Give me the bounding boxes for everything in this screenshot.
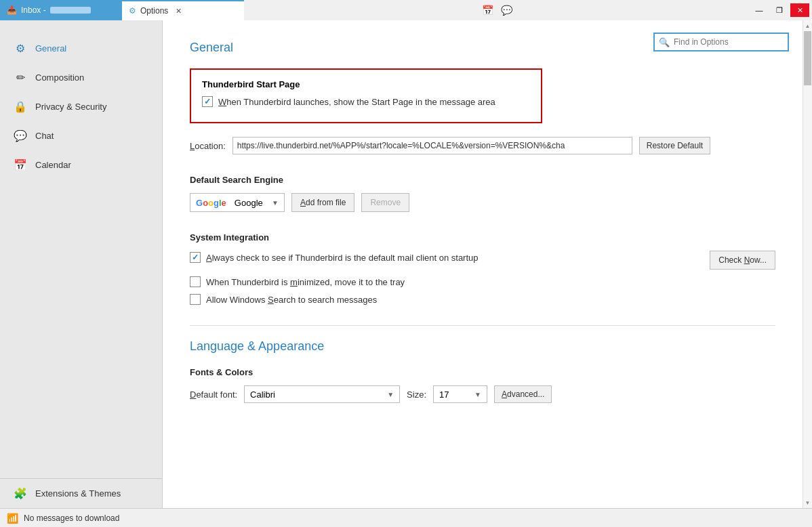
chat-icon[interactable]: 💬 [498,2,514,18]
extensions-icon: 🧩 [14,487,27,500]
sidebar-item-privacy[interactable]: 🔒 Privacy & Security [0,92,162,121]
advanced-button[interactable]: Advanced... [494,385,552,403]
main-content: 🔍 General Thunderbird Start Page When Th… [163,20,803,508]
scroll-up-arrow[interactable]: ▲ [803,20,813,31]
close-options-tab-button[interactable]: ✕ [172,5,184,17]
scroll-thumb[interactable] [804,31,811,85]
system-check-row: Always check to see if Thunderbird is th… [190,251,775,270]
sidebar-item-label-composition: Composition [35,72,84,83]
windows-search-checkbox[interactable] [190,294,201,305]
restore-button[interactable]: ❐ [770,3,789,17]
minimize-button[interactable]: — [750,3,769,17]
sidebar-item-calendar[interactable]: 📅 Calendar [0,150,162,180]
inbox-icon: 📥 [7,5,17,15]
content-area: 🔍 General Thunderbird Start Page When Th… [163,20,812,508]
status-bar: 📶 No messages to download [0,508,812,527]
search-engine-select[interactable]: Google Google ▼ [190,193,285,212]
options-gear-icon: ⚙ [129,6,136,16]
always-check-checkbox-row: Always check to see if Thunderbird is th… [190,252,479,263]
find-search-icon: 🔍 [659,37,670,47]
always-check-checkbox[interactable] [190,252,201,263]
location-input[interactable] [232,137,632,154]
chevron-down-icon: ▼ [272,199,279,207]
section-divider [190,325,775,326]
app-body: ⚙ General ✏ Composition 🔒 Privacy & Secu… [0,20,812,508]
system-integration-section: System Integration Always check to see i… [190,232,775,305]
language-section: Language & Appearance Fonts & Colors Def… [190,339,775,403]
status-message: No messages to download [24,513,119,523]
font-chevron-down-icon: ▼ [387,391,394,398]
sidebar-item-label-general: General [35,43,66,54]
minimized-tray-label: When Thunderbird is minimized, move it t… [206,277,405,287]
language-section-title: Language & Appearance [190,339,775,354]
window-controls: — ❐ ✕ [750,3,812,17]
inbox-name-redacted [50,7,91,14]
start-page-title: Thunderbird Start Page [202,79,530,89]
size-label: Size: [407,389,426,400]
start-page-section: Thunderbird Start Page When Thunderbird … [190,68,542,123]
title-bar: 📥 Inbox - ⚙ Options ✕ 📅 💬 — ❐ ✕ [0,0,812,20]
sidebar-item-label-privacy: Privacy & Security [35,102,106,112]
remove-button[interactable]: Remove [361,193,409,212]
window-tab-icons: 📅 💬 [474,2,520,18]
size-chevron-down-icon: ▼ [474,391,481,398]
location-row: Location: Restore Default [190,137,775,154]
calendar-icon[interactable]: 📅 [479,2,495,18]
add-from-file-button[interactable]: Add from file [291,193,354,212]
inbox-label: Inbox - [21,5,46,15]
lock-icon: 🔒 [14,100,27,113]
inbox-tab[interactable]: 📥 Inbox - [0,0,122,20]
fonts-colors-section: Fonts & Colors Default font: Calibri ▼ S… [190,367,775,403]
sidebar-item-label-chat: Chat [35,131,54,141]
search-engine-title: Default Search Engine [190,175,775,185]
google-logo: Google [196,198,226,208]
start-page-checkbox-row: When Thunderbird launches, show the Star… [202,96,530,107]
scroll-down-arrow[interactable]: ▼ [803,497,813,508]
size-select[interactable]: 17 ▼ [433,385,487,403]
check-now-button[interactable]: Check Now... [710,251,775,270]
sidebar-item-general[interactable]: ⚙ General [0,34,162,63]
start-page-checkbox[interactable] [202,96,213,107]
start-page-checkbox-label: When Thunderbird launches, show the Star… [218,97,495,107]
size-value: 17 [439,389,449,400]
options-tab[interactable]: ⚙ Options ✕ [122,0,244,20]
font-select[interactable]: Calibri ▼ [244,385,400,403]
sidebar-bottom: 🧩 Extensions & Themes [0,478,162,508]
find-in-options-input[interactable] [653,33,789,51]
composition-icon: ✏ [14,71,27,84]
sidebar: ⚙ General ✏ Composition 🔒 Privacy & Secu… [0,20,163,508]
location-label: Location: [190,141,226,151]
system-integration-title: System Integration [190,232,775,243]
scrollbar[interactable]: ▲ ▼ [803,20,812,508]
status-icon: 📶 [7,513,18,524]
calendar-sidebar-icon: 📅 [14,159,27,171]
restore-default-button[interactable]: Restore Default [639,137,710,154]
sidebar-item-extensions[interactable]: 🧩 Extensions & Themes [0,479,162,508]
find-input-wrapper: 🔍 [653,33,789,51]
minimized-tray-checkbox[interactable] [190,276,201,287]
font-row: Default font: Calibri ▼ Size: 17 ▼ Advan… [190,385,775,403]
sidebar-item-label-extensions: Extensions & Themes [35,488,121,499]
sidebar-item-label-calendar: Calendar [35,160,71,170]
google-label: Google [235,198,263,208]
general-icon: ⚙ [14,42,27,55]
windows-search-checkbox-row: Allow Windows Search to search messages [190,294,775,305]
chat-bubble-icon: 💬 [14,129,27,142]
sidebar-item-composition[interactable]: ✏ Composition [0,63,162,92]
default-font-label: Default font: [190,389,237,400]
options-tab-label: Options [140,6,168,16]
sidebar-item-chat[interactable]: 💬 Chat [0,121,162,150]
close-button[interactable]: ✕ [790,3,809,17]
scroll-track [803,31,812,497]
search-engine-section: Default Search Engine Google Google ▼ Ad… [190,175,775,212]
always-check-label: Always check to see if Thunderbird is th… [206,253,479,263]
search-engine-row: Google Google ▼ Add from file Remove [190,193,775,212]
windows-search-label: Allow Windows Search to search messages [206,295,377,305]
fonts-colors-title: Fonts & Colors [190,367,775,377]
find-in-options-container: 🔍 [653,33,789,51]
minimized-tray-checkbox-row: When Thunderbird is minimized, move it t… [190,276,775,287]
font-value: Calibri [250,389,275,400]
